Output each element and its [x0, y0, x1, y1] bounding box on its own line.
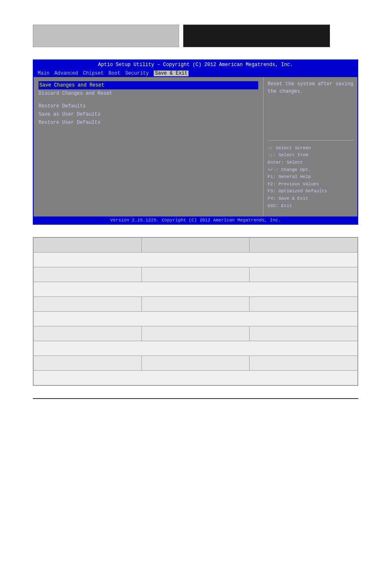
menu-restore-user-defaults[interactable]: Restore User Defaults	[39, 119, 258, 127]
bios-help-panel: Reset the system after saving the change…	[263, 77, 357, 217]
table-row	[34, 252, 358, 267]
bios-title: Aptio Setup Utility – Copyright (C) 2012…	[34, 60, 357, 70]
nav-advanced[interactable]: Advanced	[55, 71, 78, 76]
bios-key-help: ↔: Select Screen ↑↓: Select Item Enter: …	[268, 145, 353, 210]
bios-footer: Version 2.15.1225. Copyright (C) 2012 Am…	[34, 217, 357, 224]
bios-divider	[268, 140, 353, 141]
bios-help-text: Reset the system after saving the change…	[268, 80, 353, 95]
data-table	[33, 237, 358, 385]
nav-boot[interactable]: Boot	[109, 71, 120, 76]
header-right-block	[183, 25, 330, 47]
nav-save-exit[interactable]: Save & Exit	[154, 71, 189, 76]
bios-screen: Aptio Setup Utility – Copyright (C) 2012…	[33, 59, 358, 225]
menu-save-user-defaults[interactable]: Save as User Defaults	[39, 110, 258, 119]
bios-main-content: Save Changes and Reset Discard Changes a…	[34, 77, 357, 217]
table-row	[34, 267, 358, 282]
bios-menu-panel: Save Changes and Reset Discard Changes a…	[34, 77, 263, 217]
bios-nav: Main Advanced Chipset Boot Security Save…	[34, 70, 357, 77]
table-row	[34, 237, 358, 252]
bottom-separator	[33, 398, 358, 399]
nav-chipset[interactable]: Chipset	[83, 71, 103, 76]
table-section	[33, 237, 358, 386]
menu-restore-defaults[interactable]: Restore Defaults	[39, 102, 258, 110]
menu-save-changes-reset[interactable]: Save Changes and Reset	[39, 81, 258, 89]
table-row	[34, 296, 358, 311]
nav-security[interactable]: Security	[125, 71, 149, 76]
table-row	[34, 356, 358, 370]
menu-discard-changes-reset[interactable]: Discard Changes and Reset	[39, 89, 258, 98]
nav-main[interactable]: Main	[38, 71, 50, 76]
top-header	[33, 25, 358, 47]
header-left-block	[33, 25, 179, 47]
table-row	[34, 370, 358, 385]
table-row	[34, 311, 358, 326]
table-row	[34, 282, 358, 296]
table-row	[34, 326, 358, 341]
table-row	[34, 341, 358, 356]
